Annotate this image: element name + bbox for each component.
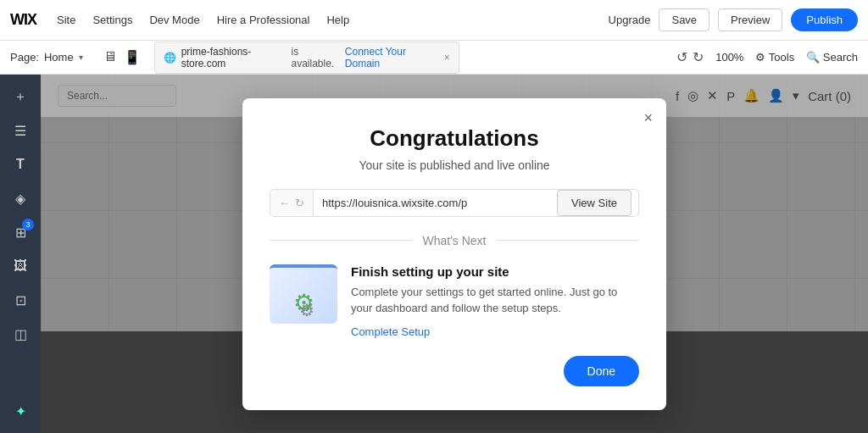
url-nav-controls: ← ↻ [270, 190, 314, 216]
sidebar-design-icon[interactable]: ◈ [5, 183, 36, 214]
redo-icon[interactable]: ↻ [693, 49, 704, 65]
nav-site[interactable]: Site [50, 10, 82, 30]
setup-card-content: Finish setting up your site Complete you… [351, 264, 639, 339]
modal-close-button[interactable]: × [643, 110, 653, 125]
device-icons: 🖥 📱 [103, 49, 141, 65]
sidebar-media-icon[interactable]: 🖼 [5, 251, 36, 281]
preview-button[interactable]: Preview [718, 8, 782, 31]
topbar-right: Upgrade Save Preview Publish [609, 8, 858, 31]
canvas-area: ＋ ☰ T ◈ ⊞ 🖼 ⊡ ◫ ✦ f ◎ ✕ P 🔔 👤 ▾ Cart (0) [0, 75, 868, 433]
domain-status: is available. [292, 46, 340, 69]
wix-logo: WIX [10, 11, 36, 29]
topbar-nav: Site Settings Dev Mode Hire a Profession… [50, 10, 356, 30]
whats-next-label: What's Next [422, 234, 486, 247]
chevron-down-icon: ▾ [79, 53, 83, 62]
page-name: Home [44, 51, 74, 64]
domain-bar-close-icon[interactable]: × [444, 52, 450, 64]
secondbar: Page: Home ▾ 🖥 📱 🌐 prime-fashions-store.… [0, 41, 868, 75]
congratulations-modal: × Congratulations Your site is published… [242, 98, 666, 410]
setup-card-title: Finish setting up your site [351, 264, 639, 279]
page-selector[interactable]: Page: Home ▾ [10, 51, 83, 64]
modal-footer: Done [270, 356, 639, 386]
nav-devmode[interactable]: Dev Mode [142, 10, 206, 30]
complete-setup-link[interactable]: Complete Setup [351, 325, 430, 338]
nav-hire[interactable]: Hire a Professional [210, 10, 317, 30]
sidebar-blocks-icon[interactable]: ⊡ [5, 285, 36, 315]
sidebar-add-icon[interactable]: ＋ [5, 81, 36, 112]
refresh-icon[interactable]: ↻ [295, 197, 304, 209]
topbar: WIX Site Settings Dev Mode Hire a Profes… [0, 0, 868, 41]
view-site-button[interactable]: View Site [557, 190, 632, 216]
modal-url-bar: ← ↻ View Site [270, 189, 639, 217]
sidebar-pages-icon[interactable]: ☰ [5, 115, 36, 146]
search-button[interactable]: 🔍 Search [806, 51, 858, 64]
nav-help[interactable]: Help [320, 10, 356, 30]
domain-name: prime-fashions-store.com [181, 46, 287, 69]
modal-overlay: × Congratulations Your site is published… [41, 75, 868, 433]
setup-card-image: ⚙ ⚙ [270, 264, 337, 324]
left-sidebar: ＋ ☰ T ◈ ⊞ 🖼 ⊡ ◫ ✦ [0, 75, 41, 433]
back-icon[interactable]: ← [279, 197, 290, 209]
sidebar-bottom-icon[interactable]: ✦ [5, 396, 36, 426]
canvas: f ◎ ✕ P 🔔 👤 ▾ Cart (0) ELEGANCE MEETS EF… [41, 75, 868, 433]
search-icon: 🔍 [806, 51, 820, 64]
mobile-icon[interactable]: 📱 [124, 49, 141, 65]
save-button[interactable]: Save [659, 8, 709, 31]
gear-gray-icon: ⚙ [299, 300, 314, 320]
zoom-level[interactable]: 100% [715, 51, 743, 64]
publish-button[interactable]: Publish [791, 8, 858, 31]
tools-button[interactable]: ⚙ Tools [755, 51, 794, 64]
sidebar-apps-icon[interactable]: ⊞ [5, 217, 36, 247]
nav-settings[interactable]: Settings [86, 10, 139, 30]
divider-line-left [270, 240, 412, 241]
setup-card-desc: Complete your settings to get started on… [351, 284, 639, 317]
secondbar-right: ↺ ↻ 100% ⚙ Tools 🔍 Search [676, 49, 858, 65]
divider-line-right [497, 240, 639, 241]
sidebar-layers-icon[interactable]: ◫ [5, 319, 36, 349]
desktop-icon[interactable]: 🖥 [103, 49, 117, 65]
modal-subtitle: Your site is published and live online [270, 158, 639, 172]
sidebar-text-icon[interactable]: T [5, 149, 36, 180]
whats-next-divider: What's Next [270, 234, 639, 247]
upgrade-link[interactable]: Upgrade [609, 14, 651, 26]
tools-icon: ⚙ [755, 51, 765, 64]
done-button[interactable]: Done [564, 356, 639, 386]
domain-bar: 🌐 prime-fashions-store.com is available.… [154, 42, 459, 74]
url-input[interactable] [314, 190, 557, 216]
undo-redo: ↺ ↻ [676, 49, 704, 65]
connect-domain-link[interactable]: Connect Your Domain [345, 46, 436, 69]
page-label: Page: [10, 51, 39, 64]
globe-icon: 🌐 [164, 52, 176, 64]
modal-title: Congratulations [270, 125, 639, 152]
undo-icon[interactable]: ↺ [676, 49, 687, 65]
setup-card: ⚙ ⚙ Finish setting up your site Complete… [270, 264, 639, 339]
